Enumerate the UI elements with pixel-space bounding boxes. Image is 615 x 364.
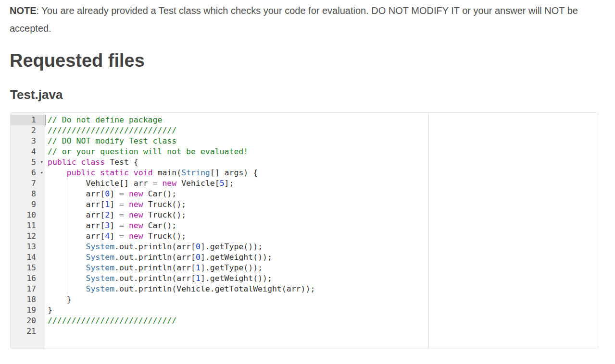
line-number: 2 [11,125,45,136]
code-line[interactable]: } [45,294,598,305]
line-number: 18 [11,294,45,305]
code-line[interactable]: arr[4] = new Truck(); [45,231,598,242]
code-line[interactable]: // or your question will not be evaluate… [45,146,598,157]
code-line[interactable]: public class Test { [45,157,598,168]
line-number: 11 [11,220,45,231]
line-number: 7 [11,178,45,189]
note-body: : You are already provided a Test class … [10,5,578,34]
line-number: 3 [11,136,45,146]
note-label: NOTE [10,5,37,16]
code-line[interactable]: System.out.println(arr[1].getType()); [45,263,598,273]
code-line[interactable]: } [45,305,598,315]
code-line[interactable]: System.out.println(arr[0].getWeight()); [45,252,598,263]
fold-arrow-icon[interactable]: ▾ [40,168,43,178]
line-number: 17 [11,284,45,294]
code-line[interactable] [45,326,598,337]
code-pane[interactable]: // Do not define package////////////////… [45,113,598,349]
code-editor[interactable]: 12345▾6▾789101112131415161718192021 // D… [10,112,598,349]
code-line[interactable]: System.out.println(Vehicle.getTotalWeigh… [45,284,598,294]
code-lines: // Do not define package////////////////… [45,115,598,337]
line-number: 10 [11,210,45,220]
file-title: Test.java [10,87,605,102]
code-line[interactable]: /////////////////////////// [45,315,598,326]
line-number: 14 [11,252,45,263]
line-number: 1 [11,115,45,125]
code-line[interactable]: System.out.println(arr[0].getType()); [45,242,598,252]
code-line[interactable]: // Do not define package [45,115,598,125]
gutter: 12345▾6▾789101112131415161718192021 [11,113,45,349]
line-number: 8 [11,189,45,199]
line-number: 21 [11,326,45,337]
code-line[interactable]: arr[2] = new Truck(); [45,210,598,220]
code-line[interactable]: System.out.println(arr[1].getWeight()); [45,273,598,284]
code-line[interactable]: public static void main(String[] args) { [45,168,598,178]
line-number: 15 [11,263,45,273]
note-text: NOTE: You are already provided a Test cl… [10,2,594,37]
line-number: 5▾ [11,157,45,168]
line-number: 16 [11,273,45,284]
page-title: Requested files [10,50,605,71]
code-line[interactable]: Vehicle[] arr = new Vehicle[5]; [45,178,598,189]
fold-arrow-icon[interactable]: ▾ [40,157,43,168]
line-number: 9 [11,199,45,210]
code-line[interactable]: arr[0] = new Car(); [45,189,598,199]
code-line[interactable]: // DO NOT modify Test class [45,136,598,146]
code-line[interactable]: /////////////////////////// [45,125,598,136]
line-number: 4 [11,146,45,157]
line-number: 6▾ [11,168,45,178]
code-line[interactable]: arr[3] = new Car(); [45,220,598,231]
line-number: 19 [11,305,45,315]
line-number: 13 [11,242,45,252]
line-number: 20 [11,315,45,326]
code-line[interactable]: arr[1] = new Truck(); [45,199,598,210]
line-number: 12 [11,231,45,242]
